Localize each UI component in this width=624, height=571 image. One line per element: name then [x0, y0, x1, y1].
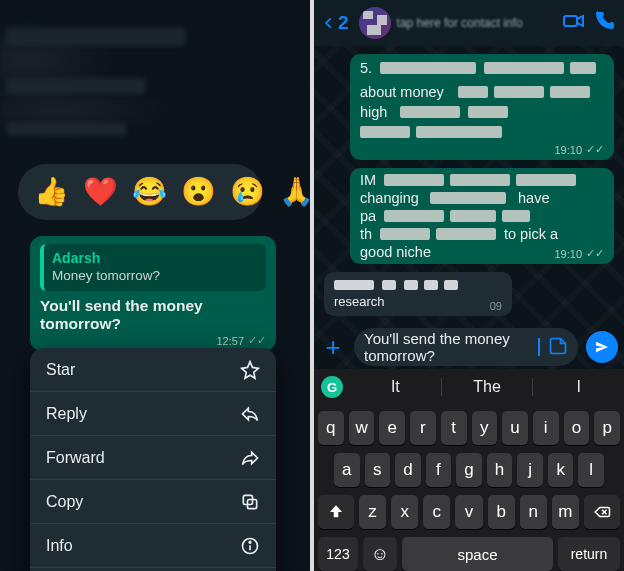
quoted-reply: Adarsh Money tomorrow? — [40, 244, 266, 291]
back-button[interactable]: 2 — [322, 12, 349, 34]
star-icon — [240, 360, 260, 380]
key-f[interactable]: f — [426, 453, 452, 487]
reaction-wow[interactable]: 😮 — [181, 178, 216, 206]
selected-message-bubble[interactable]: Adarsh Money tomorrow? You'll send the m… — [30, 236, 276, 351]
key-r[interactable]: r — [410, 411, 436, 445]
key-x[interactable]: x — [391, 495, 418, 529]
msg1-time: 19:10 ✓✓ — [554, 143, 604, 156]
key-mode-123[interactable]: 123 — [318, 537, 358, 571]
forward-icon — [240, 448, 260, 468]
key-g[interactable]: g — [456, 453, 482, 487]
keyboard: q w e r t y u i o p a s d f g h j k l — [314, 405, 624, 571]
key-shift[interactable] — [318, 495, 354, 529]
key-c[interactable]: c — [423, 495, 450, 529]
key-backspace[interactable] — [584, 495, 620, 529]
reaction-heart[interactable]: ❤️ — [83, 178, 118, 206]
incoming-word: research — [334, 294, 385, 309]
msg2-time: 19:10 ✓✓ — [554, 247, 604, 260]
key-d[interactable]: d — [395, 453, 421, 487]
key-return[interactable]: return — [558, 537, 620, 571]
video-call-button[interactable] — [562, 9, 586, 37]
key-t[interactable]: t — [441, 411, 467, 445]
key-o[interactable]: o — [564, 411, 590, 445]
menu-copy[interactable]: Copy — [30, 480, 276, 524]
key-h[interactable]: h — [487, 453, 513, 487]
message-input[interactable]: You'll send the money tomorrow? — [354, 328, 578, 366]
key-space[interactable]: space — [402, 537, 553, 571]
chat-header: 2 tap here for contact info — [314, 0, 624, 46]
incoming-message[interactable]: research 09 — [324, 272, 512, 316]
header-subtitle[interactable]: tap here for contact info — [397, 16, 556, 30]
key-emoji[interactable]: ☺ — [363, 537, 397, 571]
info-icon — [240, 536, 260, 556]
svg-rect-5 — [564, 16, 577, 26]
key-q[interactable]: q — [318, 411, 344, 445]
reaction-pray[interactable]: 🙏 — [279, 178, 310, 206]
menu-forward-label: Forward — [46, 449, 105, 467]
outgoing-message-2[interactable]: IM changing have pa th to pick a good ni… — [350, 168, 614, 264]
message-meta: 12:57 ✓✓ — [216, 334, 266, 347]
key-i[interactable]: i — [533, 411, 559, 445]
menu-reply[interactable]: Reply — [30, 392, 276, 436]
key-v[interactable]: v — [455, 495, 482, 529]
grammarly-button[interactable]: G — [314, 376, 350, 398]
msg2-changing: changing — [360, 190, 419, 206]
menu-info-label: Info — [46, 537, 73, 555]
menu-star[interactable]: Star — [30, 348, 276, 392]
delivered-icon: ✓✓ — [586, 143, 604, 156]
right-chat-panel: 2 tap here for contact info 5. about mon… — [314, 0, 624, 571]
key-k[interactable]: k — [548, 453, 574, 487]
menu-forward[interactable]: Forward — [30, 436, 276, 480]
menu-reply-label: Reply — [46, 405, 87, 423]
reaction-bar: 👍 ❤️ 😂 😮 😢 🙏 + — [18, 164, 262, 220]
key-e[interactable]: e — [379, 411, 405, 445]
key-y[interactable]: y — [472, 411, 498, 445]
key-u[interactable]: u — [502, 411, 528, 445]
outgoing-message-1[interactable]: 5. about money high 19:10 ✓✓ — [350, 54, 614, 160]
left-chat-panel: 👍 ❤️ 😂 😮 😢 🙏 + Adarsh Money tomorrow? Yo… — [0, 0, 310, 571]
prediction-3[interactable]: I — [532, 378, 624, 396]
msg2-th: th — [360, 226, 372, 242]
key-j[interactable]: j — [517, 453, 543, 487]
menu-info[interactable]: Info — [30, 524, 276, 568]
msg2-have: have — [518, 190, 549, 206]
prediction-1[interactable]: It — [350, 378, 441, 396]
msg1-high: high — [360, 104, 387, 120]
key-n[interactable]: n — [520, 495, 547, 529]
prediction-bar: G It The I — [314, 369, 624, 405]
context-menu: Star Reply Forward Copy Info Delete — [30, 348, 276, 571]
quoted-sender: Adarsh — [52, 250, 258, 266]
input-text: You'll send the money tomorrow? — [364, 330, 534, 364]
contact-avatar[interactable] — [359, 7, 391, 39]
voice-call-button[interactable] — [592, 9, 616, 37]
msg2-im: IM — [360, 172, 376, 188]
reaction-sad[interactable]: 😢 — [230, 178, 265, 206]
reaction-laugh[interactable]: 😂 — [132, 178, 167, 206]
composer: + You'll send the money tomorrow? — [320, 326, 618, 368]
key-m[interactable]: m — [552, 495, 579, 529]
reaction-thumbs-up[interactable]: 👍 — [34, 178, 69, 206]
back-count: 2 — [338, 12, 349, 34]
key-s[interactable]: s — [365, 453, 391, 487]
delivered-icon: ✓✓ — [586, 247, 604, 260]
key-w[interactable]: w — [349, 411, 375, 445]
msg2-niche: good niche — [360, 244, 431, 260]
quoted-text: Money tomorrow? — [52, 268, 258, 283]
svg-point-4 — [249, 541, 251, 543]
key-l[interactable]: l — [578, 453, 604, 487]
incoming-time: 09 — [490, 300, 502, 312]
prediction-2[interactable]: The — [441, 378, 533, 396]
msg1-about: about money — [360, 84, 444, 100]
key-b[interactable]: b — [488, 495, 515, 529]
delivered-icon: ✓✓ — [248, 334, 266, 347]
message-time: 12:57 — [216, 335, 244, 347]
send-button[interactable] — [586, 331, 618, 363]
menu-star-label: Star — [46, 361, 75, 379]
attach-button[interactable]: + — [320, 332, 346, 363]
key-p[interactable]: p — [594, 411, 620, 445]
key-a[interactable]: a — [334, 453, 360, 487]
msg1-digit: 5. — [360, 60, 372, 76]
sticker-button[interactable] — [548, 336, 568, 359]
message-text: You'll send the money tomorrow? — [40, 297, 266, 333]
key-z[interactable]: z — [359, 495, 386, 529]
